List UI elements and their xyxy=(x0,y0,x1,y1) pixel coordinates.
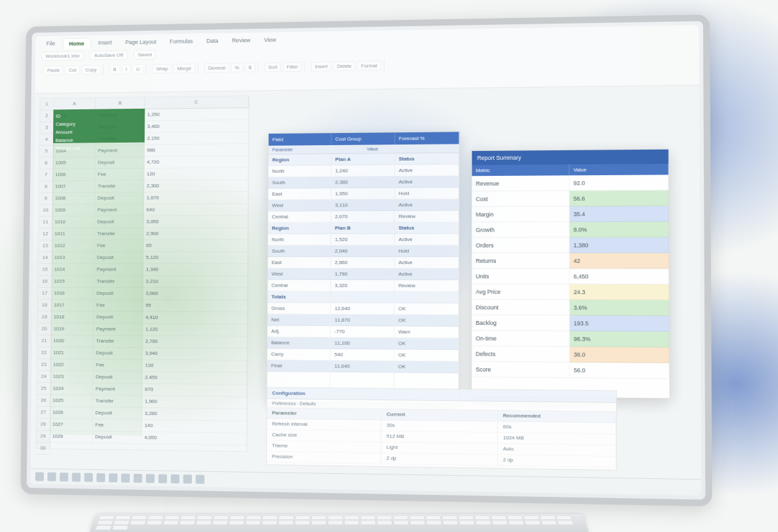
cell[interactable]: 2,210 xyxy=(143,276,248,288)
cell[interactable]: 1019 xyxy=(51,324,94,336)
cell[interactable]: 1024 xyxy=(51,383,93,395)
panel-cell[interactable]: Active xyxy=(395,234,458,246)
row-header[interactable]: 30 xyxy=(36,442,50,455)
panel-cell[interactable]: 2,380 xyxy=(331,176,394,188)
row-header[interactable]: 19 xyxy=(38,311,51,324)
panel-cell[interactable]: Hold xyxy=(395,246,458,257)
cell[interactable]: 2,150 xyxy=(145,132,249,145)
cell[interactable]: 1010 xyxy=(52,216,95,228)
toolbar-button[interactable]: Wrap xyxy=(152,64,171,74)
row-header[interactable]: 17 xyxy=(38,288,51,300)
cell[interactable]: 2,450 xyxy=(143,372,248,385)
cell[interactable]: 1018 xyxy=(51,311,94,324)
toolbar-button[interactable]: General xyxy=(204,63,229,73)
ribbon-tab-review[interactable]: Review xyxy=(226,35,257,46)
panel-cell[interactable]: Central xyxy=(267,280,330,292)
cell[interactable]: 1,870 xyxy=(144,192,248,204)
row-header[interactable]: 12 xyxy=(38,228,52,240)
panel-cell[interactable]: East xyxy=(268,188,331,199)
taskbar-icon[interactable] xyxy=(47,473,56,481)
toolbar-button[interactable]: Copy xyxy=(82,65,100,75)
cell[interactable]: Deposit xyxy=(93,407,142,420)
summary-row[interactable]: Revenue92.0 xyxy=(472,175,669,191)
panel-cell[interactable]: Active xyxy=(395,176,458,188)
row-header[interactable]: 8 xyxy=(39,181,52,193)
cell[interactable]: 1012 xyxy=(52,240,95,253)
row-header[interactable]: 16 xyxy=(38,276,52,288)
summary-row[interactable]: Returns42 xyxy=(472,253,669,269)
cell[interactable]: 2,780 xyxy=(143,336,248,348)
cell[interactable]: 1015 xyxy=(51,276,94,288)
panel-cell[interactable]: Status xyxy=(395,153,458,165)
taskbar-icon[interactable] xyxy=(72,473,81,481)
taskbar-icon[interactable] xyxy=(121,474,130,483)
cell[interactable]: 140 xyxy=(142,420,247,434)
cell[interactable]: 1020 xyxy=(51,335,93,347)
cell[interactable]: 980 xyxy=(145,144,249,157)
panel-cell[interactable]: South xyxy=(268,246,331,257)
panel-cell[interactable]: 2,670 xyxy=(331,211,394,223)
taskbar-icon[interactable] xyxy=(84,473,93,482)
summary-row[interactable]: Units6,450 xyxy=(472,269,669,285)
cell[interactable]: 1008 xyxy=(52,192,95,205)
toolbar-button[interactable]: Format xyxy=(357,61,381,70)
cell[interactable]: 1025 xyxy=(50,395,93,407)
toolbar-button[interactable]: $ xyxy=(245,63,255,72)
cell[interactable]: 4,050 xyxy=(142,432,247,446)
panel-cell[interactable]: Region xyxy=(269,154,331,166)
config-cell[interactable]: Precision xyxy=(267,451,381,464)
cell[interactable]: 95 xyxy=(143,300,248,312)
panel-cell[interactable]: Totals xyxy=(267,292,330,303)
panel-cell[interactable]: South xyxy=(268,177,330,189)
toolbar-button[interactable]: Cut xyxy=(65,65,80,75)
cell[interactable]: 2,900 xyxy=(144,228,248,240)
ribbon-tab-page-layout[interactable]: Page Layout xyxy=(119,36,163,48)
toolbar-button[interactable]: Insert xyxy=(311,61,331,71)
taskbar-icon[interactable] xyxy=(196,474,205,483)
panel-center[interactable]: FieldCost GroupForecast % ParameterValue… xyxy=(266,131,459,403)
panel-cell[interactable]: 2,040 xyxy=(331,246,394,257)
cell[interactable]: 1027 xyxy=(50,419,93,432)
row-header[interactable]: 23 xyxy=(37,359,51,371)
panel-cell[interactable]: Review xyxy=(395,280,459,292)
taskbar-icon[interactable] xyxy=(35,472,44,481)
row-header[interactable]: 21 xyxy=(37,335,51,347)
panel-cell[interactable]: 1,520 xyxy=(331,234,394,246)
cell[interactable]: 3,050 xyxy=(144,216,248,228)
panel-cell[interactable]: 1,950 xyxy=(331,188,394,199)
cell[interactable]: 1006 xyxy=(52,169,95,181)
cell[interactable]: 1,120 xyxy=(143,324,247,336)
panel-cell[interactable]: Balance xyxy=(267,337,330,349)
panel-cell[interactable]: Review xyxy=(395,211,458,223)
panel-bottom[interactable]: Configuration Preferences · Defaults Par… xyxy=(266,387,617,471)
row-header[interactable]: 20 xyxy=(38,324,51,336)
row-header[interactable]: 24 xyxy=(37,371,51,383)
panel-cell[interactable]: West xyxy=(268,269,331,280)
cell[interactable]: 1021 xyxy=(51,347,93,359)
row-header[interactable]: 13 xyxy=(38,240,52,253)
cell[interactable]: 1,340 xyxy=(143,264,248,276)
column-header[interactable]: C xyxy=(145,96,249,109)
row-header[interactable]: 4 xyxy=(40,134,53,146)
row-header[interactable]: 25 xyxy=(37,383,51,395)
panel-cell[interactable]: Region xyxy=(268,223,331,234)
panel-cell[interactable]: 3,110 xyxy=(331,199,394,211)
cell[interactable]: 110 xyxy=(143,360,248,373)
row-header[interactable]: 1 xyxy=(40,98,54,111)
panel-cell[interactable]: OK xyxy=(395,315,459,327)
toolbar-button[interactable]: Paste xyxy=(44,66,63,75)
panel-cell[interactable]: Warn xyxy=(395,326,459,338)
panel-cell[interactable]: Plan B xyxy=(331,223,394,234)
column-header[interactable]: B xyxy=(96,97,145,109)
cell[interactable]: Fee xyxy=(94,300,143,312)
panel-cell[interactable]: Status xyxy=(395,223,458,234)
ribbon-tab-formulas[interactable]: Formulas xyxy=(164,36,200,47)
config-cell[interactable]: 2 dp xyxy=(381,453,497,466)
taskbar-icon[interactable] xyxy=(158,474,167,483)
cell[interactable]: 870 xyxy=(142,384,247,397)
ribbon-tab-file[interactable]: File xyxy=(40,38,61,49)
panel-cell[interactable]: Active xyxy=(395,164,458,176)
taskbar-icon[interactable] xyxy=(171,474,180,483)
row-header[interactable]: 27 xyxy=(36,407,50,419)
cell[interactable]: Deposit xyxy=(93,432,142,444)
